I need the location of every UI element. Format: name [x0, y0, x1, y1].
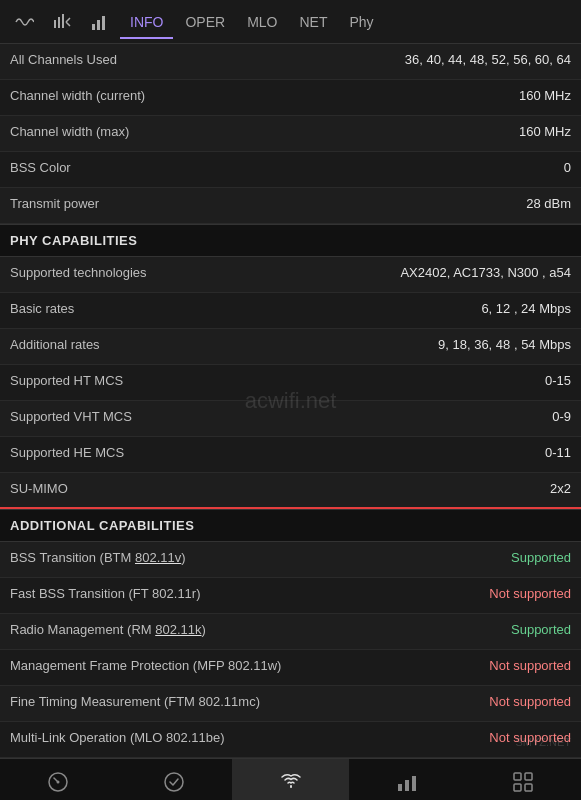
row-basic-rates: Basic rates 6, 12 , 24 Mbps: [0, 293, 581, 329]
label-su-mimo: SU-MIMO: [10, 480, 68, 498]
tab-mlo[interactable]: MLO: [237, 6, 287, 38]
row-ftm: Fine Timing Measurement (FTM 802.11mc) N…: [0, 686, 581, 722]
label-fast-bss: Fast BSS Transition (FT 802.11r): [10, 585, 201, 603]
label-additional-rates: Additional rates: [10, 336, 100, 354]
networks-wifi-icon: [279, 770, 303, 797]
section-phy-capabilities: PHY CAPABILITIES: [0, 224, 581, 257]
tab-net[interactable]: NET: [289, 6, 337, 38]
value-all-channels: 36, 40, 44, 48, 52, 56, 60, 64: [117, 51, 571, 69]
svg-rect-2: [62, 14, 64, 28]
bottom-nav-devices[interactable]: Devices: [465, 759, 581, 800]
value-mlo: Not supported: [225, 729, 571, 747]
row-fast-bss: Fast BSS Transition (FT 802.11r) Not sup…: [0, 578, 581, 614]
svg-rect-15: [514, 784, 521, 791]
value-channel-width-current: 160 MHz: [145, 87, 571, 105]
devices-icon: [511, 770, 535, 797]
value-su-mimo: 2x2: [68, 480, 571, 498]
top-nav: INFO OPER MLO NET Phy: [0, 0, 581, 44]
tab-info[interactable]: INFO: [120, 6, 173, 38]
label-bss-transition: BSS Transition (BTM 802.11v): [10, 549, 186, 567]
channels-icon: [395, 770, 419, 797]
label-basic-rates: Basic rates: [10, 300, 74, 318]
svg-rect-11: [405, 780, 409, 791]
value-transmit-power: 28 dBm: [99, 195, 571, 213]
row-ht-mcs: Supported HT MCS 0-15: [0, 365, 581, 401]
wave-icon[interactable]: [6, 4, 42, 40]
label-mfp: Management Frame Protection (MFP 802.11w…: [10, 657, 281, 675]
label-bss-color: BSS Color: [10, 159, 71, 177]
row-all-channels: All Channels Used 36, 40, 44, 48, 52, 56…: [0, 44, 581, 80]
label-channel-width-max: Channel width (max): [10, 123, 129, 141]
row-su-mimo: SU-MIMO 2x2: [0, 473, 581, 509]
svg-rect-12: [412, 776, 416, 791]
row-radio-mgmt: Radio Management (RM 802.11k) Supported: [0, 614, 581, 650]
row-transmit-power: Transmit power 28 dBm: [0, 188, 581, 224]
svg-rect-10: [398, 784, 402, 791]
row-channel-width-max: Channel width (max) 160 MHz: [0, 116, 581, 152]
svg-rect-13: [514, 773, 521, 780]
section-additional-capabilities: ADDITIONAL CAPABILITIES: [0, 509, 581, 542]
content-area: acwifi.net All Channels Used 36, 40, 44,…: [0, 44, 581, 758]
bottom-nav-validator[interactable]: Validator: [116, 759, 232, 800]
value-mfp: Not supported: [281, 657, 571, 675]
svg-rect-5: [102, 16, 105, 30]
value-bss-transition: Supported: [186, 549, 571, 567]
value-ftm: Not supported: [260, 693, 571, 711]
svg-point-7: [57, 780, 60, 783]
label-channel-width-current: Channel width (current): [10, 87, 145, 105]
svg-rect-14: [525, 773, 532, 780]
label-ht-mcs: Supported HT MCS: [10, 372, 123, 390]
value-basic-rates: 6, 12 , 24 Mbps: [74, 300, 571, 318]
label-mlo: Multi-Link Operation (MLO 802.11be): [10, 729, 225, 747]
row-mfp: Management Frame Protection (MFP 802.11w…: [0, 650, 581, 686]
svg-rect-3: [92, 24, 95, 30]
value-radio-mgmt: Supported: [206, 621, 571, 639]
svg-rect-16: [525, 784, 532, 791]
bottom-nav: Speed Validator Networks: [0, 758, 581, 800]
value-fast-bss: Not supported: [201, 585, 572, 603]
bars-icon[interactable]: [82, 4, 118, 40]
tab-oper[interactable]: OPER: [175, 6, 235, 38]
label-ftm: Fine Timing Measurement (FTM 802.11mc): [10, 693, 260, 711]
row-bss-color: BSS Color 0: [0, 152, 581, 188]
value-bss-color: 0: [71, 159, 571, 177]
svg-rect-4: [97, 20, 100, 30]
tab-phy[interactable]: Phy: [339, 6, 383, 38]
bottom-nav-speed[interactable]: Speed: [0, 759, 116, 800]
label-supported-tech: Supported technologies: [10, 264, 147, 282]
bottom-nav-networks[interactable]: Networks: [232, 759, 348, 800]
value-vht-mcs: 0-9: [132, 408, 571, 426]
validator-icon: [162, 770, 186, 797]
value-supported-tech: AX2402, AC1733, N300 , a54: [147, 264, 571, 282]
speed-icon: [46, 770, 70, 797]
row-mlo: Multi-Link Operation (MLO 802.11be) Not …: [0, 722, 581, 758]
label-vht-mcs: Supported VHT MCS: [10, 408, 132, 426]
label-transmit-power: Transmit power: [10, 195, 99, 213]
row-supported-tech: Supported technologies AX2402, AC1733, N…: [0, 257, 581, 293]
svg-rect-1: [58, 17, 60, 28]
label-radio-mgmt: Radio Management (RM 802.11k): [10, 621, 206, 639]
value-additional-rates: 9, 18, 36, 48 , 54 Mbps: [100, 336, 571, 354]
label-he-mcs: Supported HE MCS: [10, 444, 124, 462]
svg-point-9: [290, 786, 292, 788]
row-channel-width-current: Channel width (current) 160 MHz: [0, 80, 581, 116]
row-vht-mcs: Supported VHT MCS 0-9: [0, 401, 581, 437]
row-additional-rates: Additional rates 9, 18, 36, 48 , 54 Mbps: [0, 329, 581, 365]
content-wrapper: acwifi.net All Channels Used 36, 40, 44,…: [0, 44, 581, 758]
svg-rect-0: [54, 20, 56, 28]
row-he-mcs: Supported HE MCS 0-11: [0, 437, 581, 473]
row-bss-transition: BSS Transition (BTM 802.11v) Supported: [0, 542, 581, 578]
value-he-mcs: 0-11: [124, 444, 571, 462]
signal-icon[interactable]: [44, 4, 80, 40]
value-channel-width-max: 160 MHz: [129, 123, 571, 141]
bottom-nav-channels[interactable]: Channels: [349, 759, 465, 800]
value-ht-mcs: 0-15: [123, 372, 571, 390]
label-all-channels: All Channels Used: [10, 51, 117, 69]
svg-point-8: [165, 773, 183, 791]
